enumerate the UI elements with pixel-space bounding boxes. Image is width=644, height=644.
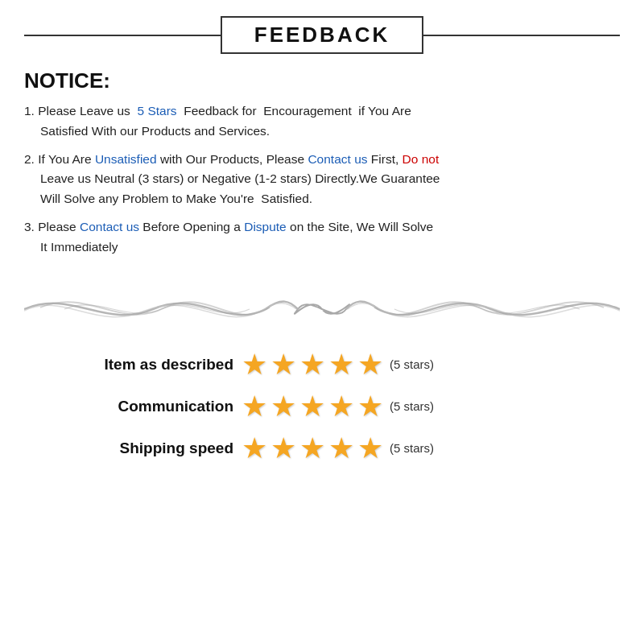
star-1-1: ★ (242, 348, 267, 382)
do-not-text: Do not (402, 152, 440, 166)
star-3-3: ★ (299, 431, 325, 465)
notice-item-1: 1. Please Leave us 5 Stars Feedback for … (24, 101, 620, 142)
ratings-section: Item as described ★ ★ ★ ★ ★ (5 stars) Co… (24, 348, 620, 465)
rating-count-3: (5 stars) (390, 441, 434, 455)
rating-label-shipping: Shipping speed (32, 440, 233, 457)
notice-item-3: 3. Please Contact us Before Opening a Di… (24, 217, 620, 258)
rating-row-communication: Communication ★ ★ ★ ★ ★ (5 stars) (32, 390, 612, 423)
contact-us-2: Contact us (80, 220, 139, 233)
dispute-text: Dispute (244, 220, 287, 233)
divider-svg (24, 285, 620, 333)
star-2-3: ★ (299, 390, 325, 423)
stars-group-2: ★ ★ ★ ★ ★ (5 stars) (242, 390, 434, 423)
stars-group-3: ★ ★ ★ ★ ★ (5 stars) (242, 431, 434, 465)
star-1-2: ★ (270, 348, 296, 382)
five-stars-text: 5 Stars (137, 104, 176, 118)
rating-label-communication: Communication (32, 398, 233, 415)
rating-count-2: (5 stars) (390, 399, 434, 413)
rating-row-shipping: Shipping speed ★ ★ ★ ★ ★ (5 stars) (32, 431, 612, 465)
feedback-title: FEEDBACK (221, 16, 423, 54)
feedback-header: FEEDBACK (24, 16, 620, 54)
notice-number-2: 2. (24, 152, 35, 166)
star-2-5: ★ (357, 390, 383, 423)
star-3-5: ★ (357, 431, 383, 465)
star-2-2: ★ (270, 390, 296, 423)
unsatisfied-text: Unsatisfied (95, 152, 157, 166)
star-3-1: ★ (242, 431, 267, 465)
notice-title: NOTICE: (24, 68, 620, 93)
notice-number-1: 1. (24, 104, 35, 118)
notice-item-2: 2. If You Are Unsatisfied with Our Produ… (24, 150, 620, 209)
star-1-4: ★ (328, 348, 354, 382)
star-2-4: ★ (328, 390, 354, 423)
rating-row-item-described: Item as described ★ ★ ★ ★ ★ (5 stars) (32, 348, 612, 382)
star-2-1: ★ (242, 390, 267, 423)
star-1-3: ★ (299, 348, 325, 382)
stars-group-1: ★ ★ ★ ★ ★ (5 stars) (242, 348, 434, 382)
star-3-4: ★ (328, 431, 354, 465)
rating-count-1: (5 stars) (390, 357, 434, 371)
page-wrapper: FEEDBACK NOTICE: 1. Please Leave us 5 St… (0, 0, 644, 644)
rating-label-item-described: Item as described (32, 356, 233, 374)
star-1-5: ★ (357, 348, 383, 382)
star-3-2: ★ (270, 431, 296, 465)
contact-us-1: Contact us (308, 152, 367, 166)
notice-number-3: 3. (24, 220, 35, 233)
notice-section: NOTICE: 1. Please Leave us 5 Stars Feedb… (24, 68, 620, 266)
decorative-divider (24, 285, 620, 333)
